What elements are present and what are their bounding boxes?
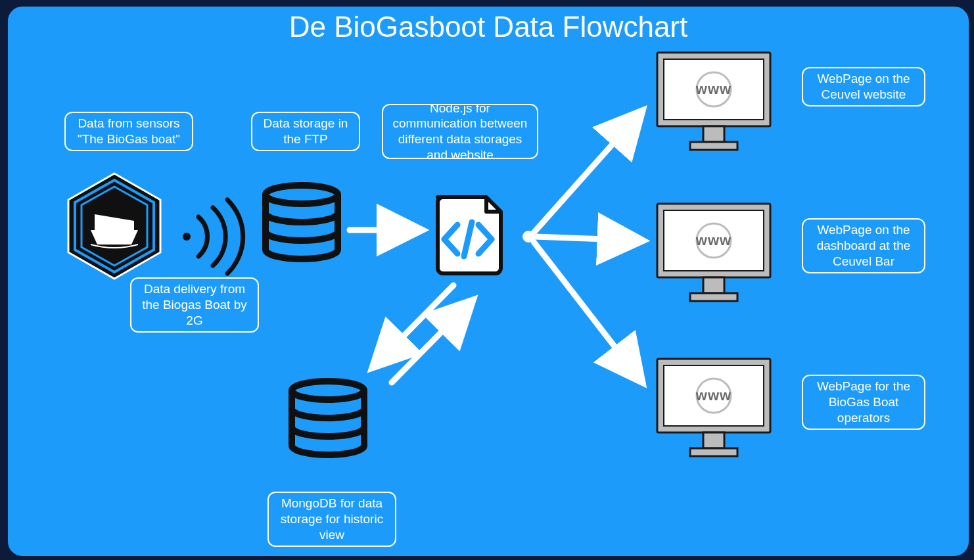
arrow-node-to-web1: [534, 112, 641, 233]
wireless-icon: [183, 200, 243, 273]
label-sensors: Data from sensors "The BioGas boat": [64, 112, 193, 151]
svg-marker-8: [81, 187, 147, 266]
svg-text:www: www: [695, 232, 731, 248]
svg-point-9: [183, 233, 191, 241]
arrow-node-to-web3: [534, 242, 641, 381]
label-node: Node.js for communication between differ…: [382, 104, 538, 159]
label-ftp: Data storage in the FTP: [251, 112, 360, 151]
database-ftp-icon: [266, 185, 338, 259]
label-web3: WebPage for the BioGas Boat operators: [802, 375, 925, 430]
arrow-mongo-to-node: [392, 301, 472, 383]
fanout-node: [522, 231, 534, 243]
label-web1: WebPage on the Ceuvel website: [802, 67, 925, 106]
monitor-web1-icon: www: [657, 53, 770, 150]
svg-marker-6: [68, 174, 160, 279]
code-file-icon: [438, 197, 501, 273]
sensor-icon: [68, 174, 160, 279]
label-mongo: MongoDB for data storage for historic vi…: [267, 492, 396, 547]
label-delivery: Data delivery from the Biogas Boat by 2G: [130, 277, 259, 333]
monitor-web2-icon: www: [657, 204, 770, 301]
flowchart-canvas: De BioGasboot Data Flowchart Data from s…: [7, 5, 970, 557]
svg-text:www: www: [695, 387, 731, 404]
svg-text:www: www: [695, 81, 731, 97]
label-web2: WebPage on the dashboard at the Ceuvel B…: [802, 218, 925, 273]
monitor-web3-icon: www: [657, 359, 770, 456]
svg-marker-7: [75, 180, 154, 272]
arrow-node-to-web2: [535, 237, 641, 241]
database-mongo-icon: [292, 381, 364, 455]
diagram-title: De BioGasboot Data Flowchart: [8, 11, 969, 43]
arrow-node-to-mongo: [373, 285, 453, 367]
